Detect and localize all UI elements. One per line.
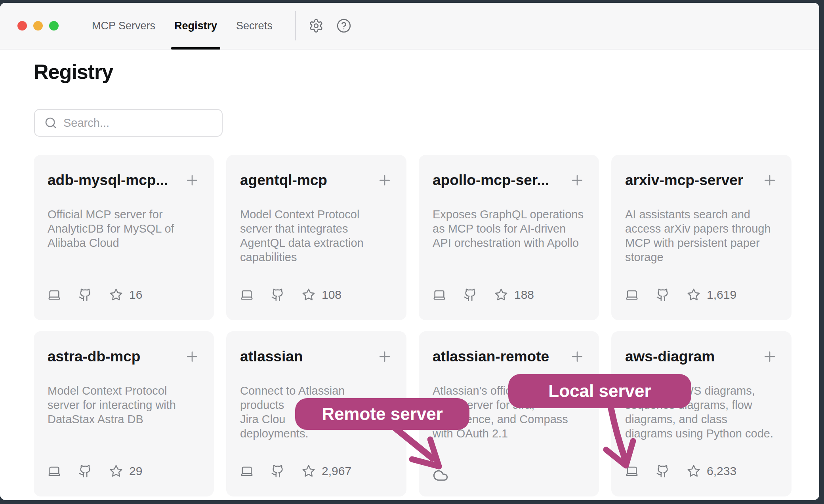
github-icon[interactable] (464, 288, 477, 302)
laptop-icon (625, 464, 639, 478)
github-icon[interactable] (78, 464, 92, 478)
card-description-line: AnalyticDB for MySQL of (48, 221, 200, 236)
search-icon (44, 116, 57, 129)
server-card[interactable]: arxiv-mcp-server AI assistants search an… (611, 155, 792, 320)
star-count: 16 (129, 288, 142, 302)
card-description-line: diagrams, and class (625, 412, 778, 426)
card-title: apollo-mcp-ser... (433, 172, 549, 189)
cloud-icon (433, 468, 448, 483)
traffic-light-zoom[interactable] (49, 21, 59, 31)
add-server-button[interactable] (184, 172, 200, 190)
app-window: MCP Servers Registry Secrets Registry (0, 3, 819, 500)
server-card[interactable]: aws-diagram Generate AWS diagrams,sequen… (611, 331, 792, 496)
card-footer-local: 1,619 (625, 288, 736, 302)
laptop-icon (240, 288, 254, 302)
laptop-icon (48, 464, 61, 478)
server-card[interactable]: apollo-mcp-ser... Exposes GraphQL operat… (419, 155, 599, 320)
card-title: adb-mysql-mcp... (48, 172, 168, 189)
github-icon[interactable] (656, 464, 670, 478)
settings-icon[interactable] (309, 18, 324, 33)
star-count: 188 (514, 288, 534, 302)
card-description-line: capabilities (240, 250, 393, 264)
star-count: 108 (322, 288, 341, 302)
star-icon (109, 464, 123, 478)
card-description-line: Alibaba Cloud (48, 236, 200, 250)
local-server-callout: Local server (508, 374, 691, 408)
server-card[interactable]: astra-db-mcp Model Context Protocolserve… (34, 331, 214, 496)
server-card[interactable]: adb-mysql-mcp... Official MCP server for… (34, 155, 214, 320)
tab-registry[interactable]: Registry (174, 3, 217, 49)
star-icon (302, 288, 315, 302)
card-description-line: AgentQL data extraction (240, 236, 393, 250)
help-icon[interactable] (336, 18, 351, 33)
card-description: AI assistants search andaccess arXiv pap… (625, 207, 778, 264)
card-description-line: AI assistants search and (625, 207, 778, 221)
card-title: agentql-mcp (240, 172, 327, 189)
card-title: aws-diagram (625, 348, 715, 365)
topbar-divider (295, 11, 296, 40)
card-title: atlassian (240, 348, 303, 365)
tab-mcp-servers[interactable]: MCP Servers (92, 3, 155, 49)
add-server-button[interactable] (377, 172, 393, 190)
card-description-line: Connect to Atlassian (240, 384, 393, 398)
search-box[interactable] (34, 109, 223, 137)
card-grid: adb-mysql-mcp... Official MCP server for… (34, 155, 819, 496)
github-icon[interactable] (271, 288, 284, 302)
star-count: 1,619 (707, 288, 736, 302)
card-description-line: MCP with persistent paper (625, 236, 778, 250)
github-icon[interactable] (656, 288, 670, 302)
add-server-button[interactable] (569, 349, 585, 366)
star-count: 29 (129, 464, 142, 478)
tab-bar: MCP Servers Registry Secrets (92, 3, 273, 49)
remote-server-callout: Remote server (295, 398, 469, 430)
card-description-line: Exposes GraphQL operations (433, 207, 585, 221)
card-description-line: as MCP tools for AI-driven (433, 221, 585, 236)
star-icon (687, 288, 700, 302)
star-icon (687, 464, 700, 478)
add-server-button[interactable] (377, 349, 393, 366)
add-server-button[interactable] (184, 349, 200, 366)
laptop-icon (625, 288, 639, 302)
traffic-lights (0, 21, 59, 31)
star-count: 6,233 (707, 464, 736, 478)
card-description: Official MCP server forAnalyticDB for My… (48, 207, 200, 250)
traffic-light-close[interactable] (17, 21, 27, 31)
server-card[interactable]: agentql-mcp Model Context Protocolserver… (226, 155, 406, 320)
card-title: atlassian-remote (433, 348, 549, 365)
traffic-light-minimize[interactable] (33, 21, 43, 31)
add-server-button[interactable] (762, 172, 778, 190)
star-icon (109, 288, 123, 302)
laptop-icon (48, 288, 61, 302)
card-description-line: server that integrates (240, 221, 393, 236)
search-input[interactable] (63, 116, 214, 130)
laptop-icon (240, 464, 254, 478)
card-title: arxiv-mcp-server (625, 172, 743, 189)
card-title: astra-db-mcp (48, 348, 140, 365)
star-icon (494, 288, 508, 302)
card-description-line: Model Context Protocol (240, 207, 393, 221)
add-server-button[interactable] (762, 349, 778, 366)
tab-secrets[interactable]: Secrets (236, 3, 273, 49)
github-icon[interactable] (78, 288, 92, 302)
card-description: Exposes GraphQL operationsas MCP tools f… (433, 207, 585, 250)
card-description: Model Context Protocolserver that integr… (240, 207, 393, 264)
github-icon[interactable] (271, 464, 284, 478)
star-icon (302, 464, 315, 478)
card-description-line: storage (625, 250, 778, 264)
card-footer-local: 2,967 (240, 464, 351, 478)
laptop-icon (433, 288, 446, 302)
card-footer-local: 188 (433, 288, 534, 302)
star-count: 2,967 (322, 464, 351, 478)
topbar: MCP Servers Registry Secrets (0, 3, 819, 50)
page-title: Registry (34, 60, 819, 84)
card-footer-remote (433, 468, 448, 483)
card-footer-local: 16 (48, 288, 142, 302)
card-description-line: access arXiv papers through (625, 221, 778, 236)
card-description-line: DataStax Astra DB (48, 412, 200, 426)
card-footer-local: 6,233 (625, 464, 736, 478)
add-server-button[interactable] (569, 172, 585, 190)
card-footer-local: 108 (240, 288, 341, 302)
card-description-line: Official MCP server for (48, 207, 200, 221)
card-footer-local: 29 (48, 464, 142, 478)
card-description-line: API orchestration with Apollo (433, 236, 585, 250)
